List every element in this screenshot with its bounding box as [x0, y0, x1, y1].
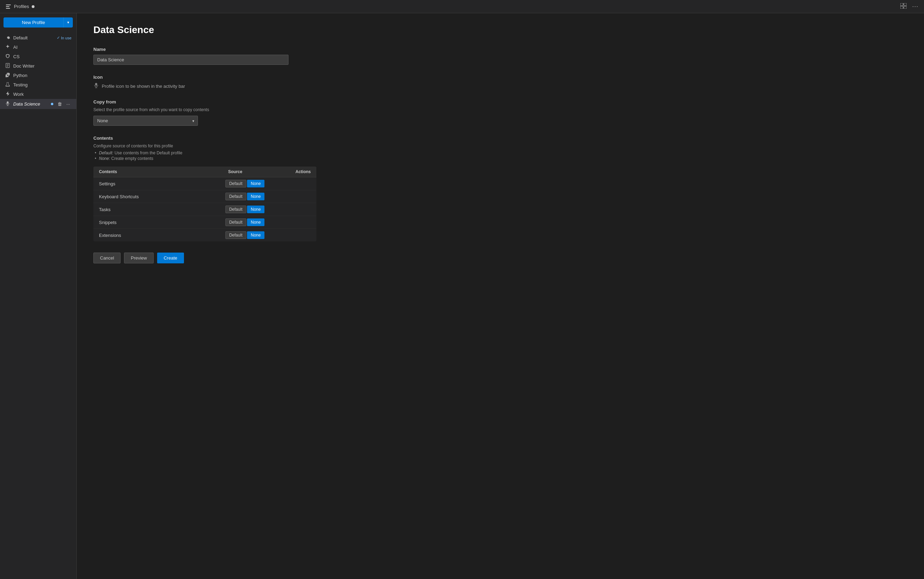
sidebar-item-cs[interactable]: CS: [0, 52, 76, 61]
source-btn-none-snippets[interactable]: None: [247, 218, 265, 226]
row-tasks-source: Default None: [182, 203, 270, 216]
icon-preview-symbol: [93, 83, 99, 90]
titlebar: Profiles ···: [0, 0, 924, 13]
copy-from-select-wrapper: None Default AI CS Doc Writer Python Tes…: [93, 116, 198, 126]
icon-description: Profile icon to be shown in the activity…: [102, 83, 185, 89]
source-buttons-tasks: Default None: [188, 206, 265, 213]
source-btn-default-extensions[interactable]: Default: [226, 231, 246, 239]
beaker-icon: [5, 82, 10, 88]
row-extensions-actions: [270, 229, 316, 242]
page-title: Data Science: [93, 25, 907, 36]
titlebar-right: ···: [900, 3, 918, 10]
profiles-icon: [6, 4, 11, 10]
source-btn-default-keyboard[interactable]: Default: [226, 193, 246, 200]
icon-preview: Profile icon to be shown in the activity…: [93, 83, 907, 90]
contents-table: Contents Source Actions Settings Default…: [93, 167, 316, 241]
lightning-icon: [5, 91, 10, 97]
create-button[interactable]: Create: [157, 253, 184, 263]
sidebar-item-ai[interactable]: AI: [0, 43, 76, 52]
sidebar-item-testing[interactable]: Testing: [0, 80, 76, 90]
source-btn-none-settings[interactable]: None: [247, 180, 265, 187]
sidebar-item-label-default: Default: [13, 35, 54, 41]
col-source: Source: [182, 167, 270, 177]
titlebar-title: Profiles: [14, 4, 29, 9]
sidebar-item-work[interactable]: Work: [0, 90, 76, 99]
bullet-none-text: Create empty contents: [110, 156, 153, 161]
source-buttons-keyboard: Default None: [188, 193, 265, 200]
sidebar-item-label-doc-writer: Doc Writer: [13, 64, 72, 69]
svg-rect-11: [7, 101, 8, 104]
contents-label: Contents: [93, 136, 907, 141]
table-row: Settings Default None: [93, 177, 316, 190]
cancel-button[interactable]: Cancel: [93, 253, 121, 263]
sidebar-profiles-list: Default ✓ In use AI: [0, 33, 76, 575]
copy-from-select[interactable]: None Default AI CS Doc Writer Python Tes…: [93, 116, 198, 126]
preview-button[interactable]: Preview: [124, 253, 153, 263]
doc-icon: [5, 63, 10, 69]
copy-from-label: Copy from: [93, 99, 907, 105]
new-profile-button[interactable]: New Profile: [3, 17, 64, 28]
table-row: Snippets Default None: [93, 216, 316, 229]
col-contents: Contents: [93, 167, 182, 177]
bullet-default: Default: Use contents from the Default p…: [93, 150, 907, 155]
name-input[interactable]: [93, 55, 288, 65]
contents-bullets: Default: Use contents from the Default p…: [93, 150, 907, 161]
copy-from-description: Select the profile source from which you…: [93, 107, 907, 112]
sidebar-item-python[interactable]: Python: [0, 71, 76, 80]
svg-rect-14: [95, 83, 97, 86]
contents-section: Contents Configure source of contents fo…: [93, 136, 907, 241]
icon-label: Icon: [93, 75, 907, 80]
table-row: Extensions Default None: [93, 229, 316, 242]
row-tasks-actions: [270, 203, 316, 216]
source-btn-default-snippets[interactable]: Default: [226, 218, 246, 226]
source-btn-none-tasks[interactable]: None: [247, 206, 265, 213]
svg-rect-2: [6, 8, 10, 9]
svg-rect-1: [6, 6, 10, 7]
content-area: Data Science Name Icon Profile icon to b…: [77, 13, 924, 579]
titlebar-dot: [32, 5, 34, 8]
row-tasks-name: Tasks: [93, 203, 182, 216]
sidebar-item-label-testing: Testing: [13, 82, 72, 87]
bullet-default-italic: Default:: [99, 150, 113, 155]
source-btn-default-settings[interactable]: Default: [226, 180, 246, 187]
more-profile-button[interactable]: ···: [65, 101, 72, 107]
icon-section: Icon Profile icon to be shown in the act…: [93, 75, 907, 90]
row-keyboard-name: Keyboard Shortcuts: [93, 190, 182, 203]
source-btn-none-extensions[interactable]: None: [247, 231, 265, 239]
sidebar-item-doc-writer[interactable]: Doc Writer: [0, 61, 76, 71]
new-profile-btn-wrapper: New Profile ▾: [3, 17, 73, 28]
sidebar-item-default[interactable]: Default ✓ In use: [0, 33, 76, 43]
active-dot: [51, 103, 53, 105]
main-layout: New Profile ▾ Default ✓ In use: [0, 13, 924, 579]
in-use-badge: ✓ In use: [57, 36, 72, 40]
layout-icon[interactable]: [900, 3, 907, 10]
source-btn-default-tasks[interactable]: Default: [226, 206, 246, 213]
new-profile-dropdown-button[interactable]: ▾: [64, 17, 73, 28]
row-keyboard-source: Default None: [182, 190, 270, 203]
svg-rect-4: [904, 3, 907, 6]
gear-icon: [5, 35, 10, 41]
table-header-row: Contents Source Actions: [93, 167, 316, 177]
row-keyboard-actions: [270, 190, 316, 203]
bullet-none: None: Create empty contents: [93, 156, 907, 161]
sidebar: New Profile ▾ Default ✓ In use: [0, 13, 77, 579]
sidebar-item-label-cs: CS: [13, 54, 72, 59]
more-icon[interactable]: ···: [912, 3, 918, 10]
row-settings-actions: [270, 177, 316, 190]
row-settings-source: Default None: [182, 177, 270, 190]
svg-rect-6: [904, 6, 907, 9]
table-row: Keyboard Shortcuts Default None: [93, 190, 316, 203]
footer-actions: Cancel Preview Create: [93, 253, 907, 263]
sidebar-item-actions: 🗑 ···: [56, 101, 72, 107]
bullet-default-text: Use contents from the Default profile: [113, 150, 182, 155]
source-btn-none-keyboard[interactable]: None: [247, 193, 265, 200]
row-snippets-name: Snippets: [93, 216, 182, 229]
col-actions: Actions: [270, 167, 316, 177]
sparkle-icon: [5, 44, 10, 50]
copy-from-section: Copy from Select the profile source from…: [93, 99, 907, 126]
sidebar-item-label-python: Python: [13, 73, 72, 78]
sidebar-item-data-science[interactable]: Data Science 🗑 ···: [0, 99, 76, 109]
titlebar-left: Profiles: [6, 4, 34, 10]
delete-profile-button[interactable]: 🗑: [56, 101, 64, 107]
name-label: Name: [93, 47, 907, 52]
